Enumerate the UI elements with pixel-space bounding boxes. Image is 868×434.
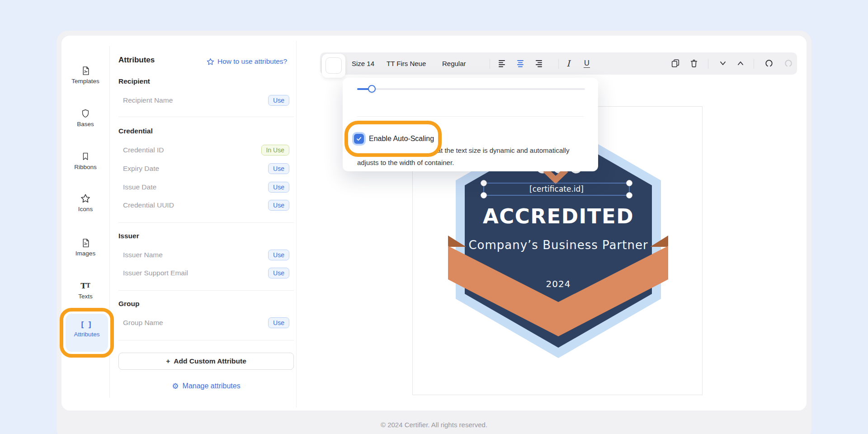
section-divider — [118, 290, 294, 291]
add-custom-attribute-button[interactable]: + Add Custom Attribute — [118, 353, 294, 370]
font-size-dropdown[interactable]: Size 14 — [352, 60, 374, 67]
bookmark-icon — [61, 151, 110, 162]
attributes-panel-divider — [296, 41, 297, 408]
sidebar-item-ribbons[interactable]: Ribbons — [61, 151, 110, 170]
attribute-row: Expiry Date Use — [118, 163, 294, 175]
sidebar-item-label: Bases — [61, 121, 110, 127]
sidebar-item-label: Icons — [61, 206, 110, 212]
section-title-group: Group — [118, 300, 140, 308]
attribute-name: Issue Date — [123, 183, 156, 191]
duplicate-icon — [670, 58, 680, 68]
badge-subtitle: Company’s Business Partner — [468, 238, 648, 252]
attribute-name: Credential UUID — [123, 201, 174, 209]
align-left-icon — [497, 59, 506, 68]
auto-scaling-checkbox[interactable] — [354, 134, 364, 144]
attribute-name: Credential ID — [123, 146, 164, 154]
attribute-row: Group Name Use — [118, 317, 294, 329]
sidebar-item-label: Ribbons — [61, 164, 110, 170]
toolbar-separator — [558, 59, 559, 69]
chevron-up-icon — [736, 59, 745, 68]
attribute-row: Credential ID In Use — [118, 144, 294, 156]
color-swatch-button[interactable] — [326, 57, 342, 74]
manage-attributes-label: Manage attributes — [183, 382, 241, 390]
move-down-button[interactable] — [718, 58, 728, 68]
section-divider — [118, 117, 294, 117]
font-family-dropdown[interactable]: TT Firs Neue — [387, 60, 426, 67]
shield-icon — [61, 108, 110, 119]
undo-icon — [764, 58, 774, 68]
undo-button[interactable] — [764, 58, 774, 68]
section-divider — [118, 340, 294, 340]
brackets-icon: [ ] — [81, 320, 92, 329]
chevron-down-icon — [718, 59, 727, 68]
slider-handle[interactable] — [368, 85, 376, 93]
check-icon — [356, 136, 362, 142]
text-icon: TT — [61, 280, 110, 292]
color-swatch-wrap — [322, 54, 345, 78]
align-center-icon — [516, 59, 525, 68]
redo-icon — [783, 58, 793, 68]
star-icon — [61, 193, 110, 204]
use-button[interactable]: Use — [268, 163, 289, 174]
attribute-row: Issuer Support Email Use — [118, 267, 294, 279]
sidebar-item-texts[interactable]: TT Texts — [61, 280, 110, 300]
use-button[interactable]: Use — [268, 182, 289, 193]
font-weight-dropdown[interactable]: Regular — [442, 60, 466, 67]
align-right-button[interactable] — [534, 58, 544, 68]
toolbar-separator — [708, 59, 708, 69]
toolbar-separator — [490, 59, 490, 69]
document-image-icon — [61, 237, 110, 249]
attribute-name: Expiry Date — [123, 165, 159, 173]
delete-button[interactable] — [689, 58, 699, 68]
italic-icon: I — [566, 58, 570, 68]
underline-button[interactable]: U — [582, 58, 592, 68]
manage-attributes-link[interactable]: ⚙ Manage attributes — [118, 382, 294, 390]
align-left-button[interactable] — [497, 58, 507, 68]
attribute-row: Issue Date Use — [118, 181, 294, 193]
use-button[interactable]: Use — [268, 95, 289, 106]
redo-button[interactable] — [783, 58, 793, 68]
attributes-panel-title: Attributes — [118, 56, 155, 65]
sidebar-item-attributes[interactable]: [ ] Attributes — [66, 314, 108, 352]
use-button[interactable]: Use — [268, 200, 289, 211]
duplicate-button[interactable] — [670, 58, 680, 68]
sidebar-item-templates[interactable]: Templates — [61, 65, 110, 85]
sidebar-item-label: Texts — [61, 293, 110, 300]
plus-icon: + — [166, 357, 170, 365]
toolbar-separator — [754, 59, 754, 69]
certificate-id-text[interactable]: [certificate.id] — [529, 184, 584, 193]
move-up-button[interactable] — [736, 58, 745, 68]
attribute-row: Credential UUID Use — [118, 199, 294, 211]
section-divider — [118, 222, 294, 223]
sidebar-item-label: Templates — [61, 78, 110, 85]
attribute-row: Recipient Name Use — [118, 94, 294, 106]
in-use-badge: In Use — [261, 145, 289, 156]
align-center-button[interactable] — [515, 58, 525, 68]
star-icon — [207, 58, 214, 66]
underline-icon: U — [584, 59, 590, 68]
gear-icon: ⚙ — [172, 382, 179, 390]
use-button[interactable]: Use — [268, 250, 289, 260]
how-to-use-attributes-link[interactable]: How to use attributes? — [207, 57, 287, 66]
text-settings-popup: The auto-scaling means that the text siz… — [343, 78, 598, 171]
use-button[interactable]: Use — [268, 317, 289, 328]
auto-scaling-label: Enable Auto-Scaling — [369, 135, 434, 143]
sidebar-item-label: Images — [61, 250, 110, 257]
badge-title: ACCREDITED — [483, 204, 634, 228]
size-slider[interactable] — [357, 88, 585, 90]
section-title-recipient: Recipient — [118, 77, 150, 85]
use-button[interactable]: Use — [268, 268, 289, 278]
sidebar-item-bases[interactable]: Bases — [61, 108, 110, 127]
attribute-name: Issuer Name — [123, 251, 163, 259]
popup-divider — [357, 116, 584, 117]
align-right-icon — [534, 59, 543, 68]
help-link-label: How to use attributes? — [217, 57, 287, 66]
italic-button[interactable]: I — [563, 58, 573, 68]
sidebar-item-images[interactable]: Images — [61, 237, 110, 257]
attribute-name: Issuer Support Email — [123, 269, 188, 277]
document-image-icon — [61, 65, 110, 76]
attribute-name: Recipient Name — [123, 96, 173, 104]
add-custom-attribute-label: Add Custom Attribute — [174, 357, 246, 365]
footer-copyright: © 2024 Certifier. All rights reserved. — [0, 421, 868, 429]
sidebar-item-icons[interactable]: Icons — [61, 193, 110, 212]
